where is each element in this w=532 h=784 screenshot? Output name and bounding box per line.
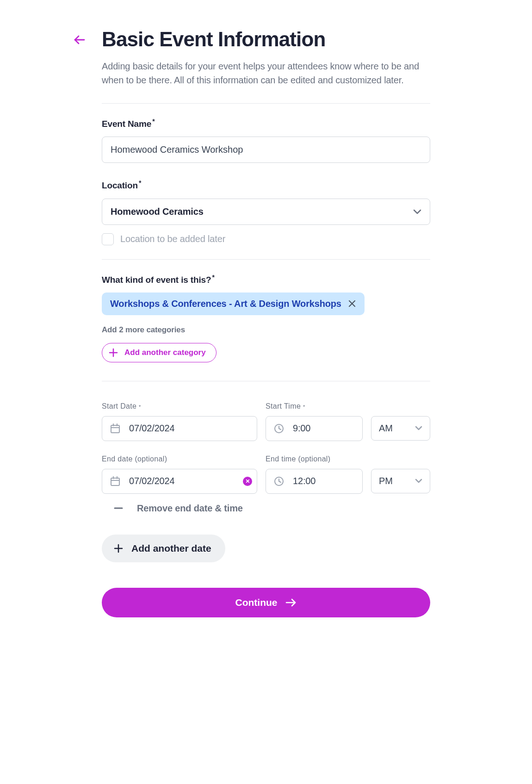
arrow-right-icon — [285, 598, 297, 607]
close-icon — [246, 479, 250, 483]
location-later-checkbox[interactable] — [102, 233, 114, 245]
location-later-label: Location to be added later — [120, 234, 225, 244]
back-button[interactable] — [74, 35, 85, 47]
divider — [102, 381, 430, 381]
add-another-date-button[interactable]: Add another date — [102, 535, 225, 562]
location-label: Location* — [102, 179, 430, 191]
start-date-input[interactable]: 07/02/2024 — [102, 416, 257, 441]
end-time-input[interactable]: 12:00 — [266, 469, 363, 494]
end-date-value: 07/02/2024 — [129, 476, 175, 486]
calendar-icon — [110, 476, 121, 487]
category-label: What kind of event is this?* — [102, 274, 430, 285]
divider — [102, 103, 430, 104]
minus-icon — [114, 507, 123, 509]
close-icon — [348, 299, 356, 308]
end-ampm-select[interactable]: PM — [371, 469, 430, 493]
arrow-left-icon — [74, 35, 85, 45]
page-title: Basic Event Information — [102, 28, 430, 51]
start-time-label: Start Time * — [266, 402, 363, 411]
start-ampm-select[interactable]: AM — [371, 416, 430, 441]
start-time-value: 9:00 — [293, 423, 310, 434]
location-select[interactable]: Homewood Ceramics — [102, 199, 430, 225]
category-hint: Add 2 more categories — [102, 325, 430, 335]
plus-icon — [109, 348, 118, 357]
clock-icon — [273, 476, 285, 487]
end-time-value: 12:00 — [293, 476, 315, 486]
svg-rect-10 — [111, 478, 119, 485]
chevron-down-icon — [415, 479, 422, 483]
end-time-label: End time (optional) — [266, 455, 363, 463]
end-date-label: End date (optional) — [102, 455, 257, 463]
divider — [102, 259, 430, 260]
event-name-input[interactable] — [102, 137, 430, 163]
chevron-down-icon — [413, 209, 421, 214]
location-selected-value: Homewood Ceramics — [111, 206, 204, 217]
add-category-button[interactable]: Add another category — [102, 343, 217, 362]
clear-end-date-button[interactable] — [243, 477, 252, 486]
clock-icon — [273, 423, 285, 434]
category-chip: Workshops & Conferences - Art & Design W… — [102, 292, 365, 315]
calendar-icon — [110, 423, 121, 434]
continue-button[interactable]: Continue — [102, 588, 430, 617]
end-date-input[interactable]: 07/02/2024 — [102, 469, 257, 494]
start-date-value: 07/02/2024 — [129, 423, 175, 434]
event-name-label: Event Name* — [102, 118, 430, 129]
chevron-down-icon — [415, 426, 422, 430]
start-time-input[interactable]: 9:00 — [266, 416, 363, 441]
end-ampm-value: PM — [379, 476, 393, 486]
plus-icon — [114, 544, 123, 553]
svg-rect-5 — [111, 425, 119, 433]
start-date-label: Start Date * — [102, 402, 257, 411]
category-chip-remove[interactable] — [348, 299, 356, 308]
category-chip-label: Workshops & Conferences - Art & Design W… — [110, 299, 341, 309]
page-subtitle: Adding basic details for your event help… — [102, 59, 430, 87]
remove-end-date-button[interactable]: Remove end date & time — [102, 503, 430, 514]
start-ampm-value: AM — [379, 423, 393, 434]
